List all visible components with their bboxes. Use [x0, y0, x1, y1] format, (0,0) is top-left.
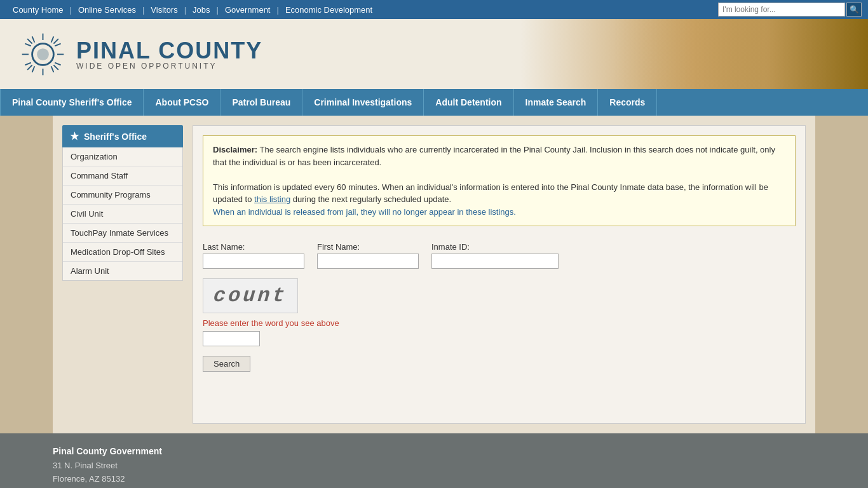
footer-org-name: Pinal County Government	[53, 446, 815, 456]
content-wrapper: ★ Sheriff's Office Organization Command …	[53, 116, 815, 433]
sidebar-title: ★ Sheriff's Office	[62, 125, 183, 147]
nav-patrol-bureau[interactable]: Patrol Bureau	[220, 89, 302, 116]
main-navigation: Pinal County Sheriff's Office About PCSO…	[0, 89, 868, 116]
site-footer: Pinal County Government 31 N. Pinal Stre…	[0, 433, 868, 488]
sidebar-item-touchpay[interactable]: TouchPay Inmate Services	[63, 224, 182, 243]
svg-line-16	[32, 66, 35, 72]
disclaimer-bold-label: Disclaimer:	[213, 145, 257, 154]
top-nav-links: County Home | Online Services | Visitors…	[6, 5, 379, 15]
nav-about-pcso[interactable]: About PCSO	[144, 89, 220, 116]
svg-line-17	[51, 36, 54, 42]
svg-line-10	[32, 36, 35, 42]
search-form: Last Name: First Name: Inmate ID: count …	[203, 239, 796, 375]
search-submit-button[interactable]: Search	[203, 356, 250, 372]
last-name-input[interactable]	[203, 254, 304, 269]
svg-line-7	[53, 65, 58, 70]
sidebar: ★ Sheriff's Office Organization Command …	[62, 125, 183, 424]
nav-visitors[interactable]: Visitors	[144, 5, 184, 15]
captcha-image: count	[203, 278, 298, 313]
footer-address-line1: 31 N. Pinal Street	[53, 461, 118, 470]
disclaimer-link[interactable]: this listing	[254, 194, 290, 204]
svg-line-9	[27, 65, 32, 70]
nav-adult-detention[interactable]: Adult Detention	[424, 89, 513, 116]
search-button-icon[interactable]: 🔍	[846, 3, 862, 17]
top-navigation: County Home | Online Services | Visitors…	[0, 0, 868, 19]
disclaimer-paragraph-2: This information is updated every 60 min…	[213, 181, 785, 206]
pinal-county-logo	[19, 30, 67, 78]
site-title: PINAL COUNTY	[76, 37, 262, 64]
footer-address: 31 N. Pinal Street Florence, AZ 85132 52…	[53, 459, 815, 488]
first-name-label: First Name:	[317, 242, 419, 252]
inmate-id-label: Inmate ID:	[431, 242, 559, 252]
nav-jobs[interactable]: Jobs	[186, 5, 216, 15]
name-fields-row: Last Name: First Name: Inmate ID:	[203, 242, 796, 269]
sidebar-item-medication-dropoff[interactable]: Medication Drop-Off Sites	[63, 243, 182, 262]
inmate-id-input[interactable]	[431, 254, 559, 269]
svg-line-14	[25, 62, 31, 65]
sheriff-star-icon: ★	[70, 130, 79, 142]
nav-sheriffs-office[interactable]: Pinal County Sheriff's Office	[0, 89, 144, 116]
svg-line-11	[51, 66, 54, 72]
logo-area: PINAL COUNTY WIDE OPEN OPPORTUNITY	[19, 30, 262, 78]
svg-line-8	[53, 39, 58, 44]
svg-point-1	[37, 48, 49, 60]
last-name-label: Last Name:	[203, 242, 304, 252]
nav-inmate-search[interactable]: Inmate Search	[514, 89, 599, 116]
captcha-word: count	[212, 284, 288, 308]
site-header: PINAL COUNTY WIDE OPEN OPPORTUNITY	[0, 19, 868, 89]
sidebar-item-community-programs[interactable]: Community Programs	[63, 186, 182, 205]
disclaimer-paragraph-3: When an individual is released from jail…	[213, 206, 785, 219]
disclaimer-paragraph-1: Disclaimer: The search engine lists indi…	[213, 144, 785, 168]
sidebar-title-text: Sheriff's Office	[84, 132, 147, 142]
footer-address-line2: Florence, AZ 85132	[53, 474, 125, 484]
sidebar-item-command-staff[interactable]: Command Staff	[63, 166, 182, 186]
captcha-prompt: Please enter the word you see above	[203, 318, 796, 328]
svg-line-13	[55, 62, 60, 65]
logo-text: PINAL COUNTY WIDE OPEN OPPORTUNITY	[76, 37, 262, 71]
sidebar-item-alarm-unit[interactable]: Alarm Unit	[63, 262, 182, 280]
disclaimer-text-1: The search engine lists individuals who …	[213, 145, 775, 167]
svg-line-12	[25, 43, 31, 46]
nav-government[interactable]: Government	[219, 5, 277, 15]
nav-records[interactable]: Records	[598, 89, 657, 116]
main-content: Disclaimer: The search engine lists indi…	[193, 125, 806, 424]
captcha-area: count Please enter the word you see abov…	[203, 278, 796, 346]
footer-content: Pinal County Government 31 N. Pinal Stre…	[53, 446, 815, 488]
sidebar-item-civil-unit[interactable]: Civil Unit	[63, 205, 182, 224]
nav-criminal-investigations[interactable]: Criminal Investigations	[302, 89, 424, 116]
nav-county-home[interactable]: County Home	[6, 5, 69, 15]
sidebar-menu: Organization Command Staff Community Pro…	[62, 147, 183, 281]
last-name-field: Last Name:	[203, 242, 304, 269]
header-background	[614, 19, 868, 89]
sidebar-item-organization[interactable]: Organization	[63, 147, 182, 166]
disclaimer-box: Disclaimer: The search engine lists indi…	[203, 135, 796, 226]
captcha-input[interactable]	[203, 331, 260, 346]
first-name-input[interactable]	[317, 254, 419, 269]
svg-line-15	[55, 43, 60, 46]
nav-online-services[interactable]: Online Services	[72, 5, 142, 15]
svg-line-6	[27, 39, 32, 44]
first-name-field: First Name:	[317, 242, 419, 269]
disclaimer-text-3: during the next regularly scheduled upda…	[290, 194, 451, 204]
inmate-id-field: Inmate ID:	[431, 242, 559, 269]
nav-economic-development[interactable]: Economic Development	[279, 5, 379, 15]
search-input[interactable]	[718, 3, 845, 17]
top-search-area: 🔍	[718, 3, 862, 17]
